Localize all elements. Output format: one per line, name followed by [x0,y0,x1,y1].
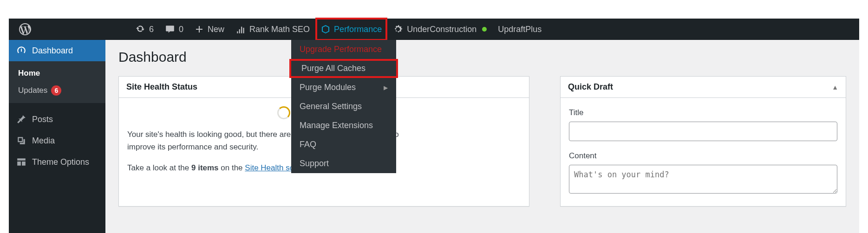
new-label: New [208,25,224,34]
rankmath-label: Rank Math SEO [249,25,310,34]
refresh-icon [135,24,145,34]
pin-icon [16,114,26,124]
dropdown-manage-extensions[interactable]: Manage Extensions [291,116,396,135]
rankmath-item[interactable]: Rank Math SEO [230,19,315,40]
updraft-label: UpdraftPlus [498,25,542,34]
performance-dropdown: Upgrade Performance Purge All Caches Pur… [291,40,396,173]
menu-label: Theme Options [32,157,89,167]
text: improve its performance and security. [127,142,258,151]
panel-toggle-icon[interactable]: ▲ [832,84,838,91]
menu-media[interactable]: Media [9,130,105,151]
submenu-arrow-icon: ▶ [384,84,388,91]
dd-label: Upgrade Performance [300,45,382,54]
text: on the [219,163,245,172]
menu-label: Dashboard [32,46,73,56]
comments-indicator[interactable]: 0 [159,19,189,40]
underconstruction-label: UnderConstruction [407,25,476,34]
dropdown-upgrade[interactable]: Upgrade Performance [291,40,396,59]
updates-badge: 6 [51,85,61,96]
dashboard-icon [16,45,26,56]
cube-icon [321,25,330,34]
updates-indicator[interactable]: 6 [130,19,159,40]
dd-label: Purge All Caches [301,64,365,73]
dd-label: FAQ [300,140,316,149]
panel-header[interactable]: Quick Draft ▲ [561,77,846,98]
content-textarea[interactable] [569,165,837,194]
panel-title: Site Health Status [126,82,197,92]
dd-label: Purge Modules [300,83,356,92]
media-icon [16,136,26,146]
quick-draft-panel: Quick Draft ▲ Title Content [560,76,846,207]
performance-label: Performance [334,25,382,34]
updates-count: 6 [149,25,154,34]
dd-label: Support [300,159,329,168]
submenu-label: Updates [18,86,47,95]
content-label: Content [569,149,837,162]
dd-label: General Settings [300,102,362,111]
health-ring-icon [277,106,290,119]
page-title: Dashboard [118,49,846,65]
text: Take a look at the [127,163,191,172]
submenu-updates[interactable]: Updates 6 [9,82,105,99]
plus-icon [195,25,204,34]
menu-theme-options[interactable]: Theme Options [9,151,105,173]
panel-title: Quick Draft [568,82,613,92]
content-area: Dashboard Site Health Status Should be i… [105,40,859,233]
wp-logo[interactable] [13,19,37,40]
submenu-label: Home [18,69,40,78]
dropdown-support[interactable]: Support [291,154,396,173]
dropdown-general-settings[interactable]: General Settings [291,97,396,116]
title-label: Title [569,106,837,119]
title-input[interactable] [569,122,837,141]
menu-label: Media [32,136,55,146]
menu-posts[interactable]: Posts [9,109,105,130]
gear-icon [393,24,403,34]
comment-icon [165,24,175,34]
admin-bar: 6 0 New Rank Math SEO Performance [9,19,859,40]
item-count: 9 items [191,163,219,172]
underconstruction-item[interactable]: UnderConstruction [387,19,492,40]
dropdown-purge-modules[interactable]: Purge Modules ▶ [291,78,396,97]
status-dot-icon [482,27,487,32]
dropdown-faq[interactable]: FAQ [291,135,396,154]
menu-dashboard[interactable]: Dashboard [9,40,105,61]
performance-item[interactable]: Performance [315,19,387,40]
wordpress-icon [19,23,31,35]
dd-label: Manage Extensions [300,121,373,130]
menu-label: Posts [32,115,53,124]
layout-icon [16,157,26,167]
chart-icon [235,24,246,34]
updraft-item[interactable]: UpdraftPlus [492,19,547,40]
admin-sidebar: Dashboard Home Updates 6 Posts Media [9,40,105,233]
dashboard-submenu: Home Updates 6 [9,61,105,103]
dropdown-purge-all[interactable]: Purge All Caches [289,59,398,78]
new-content[interactable]: New [189,19,230,40]
submenu-home[interactable]: Home [9,65,105,82]
comments-count: 0 [179,25,183,34]
